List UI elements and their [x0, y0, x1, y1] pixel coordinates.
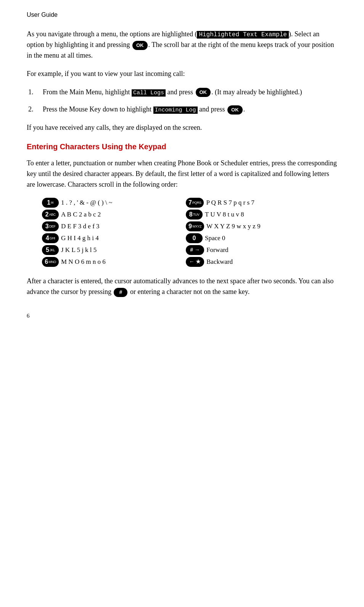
key-9: 9WXYZ W X Y Z 9 w x y z 9 — [186, 221, 322, 231]
key-0: 0 Space 0 — [186, 233, 322, 243]
list-content-2: Press the Mouse Key down to highlight In… — [43, 104, 337, 115]
numbered-list: 1. From the Main Menu, highlight Call Lo… — [27, 87, 337, 115]
keypad-grid: 1✉ 1 . ? , ' & - @ ( ) \ ~ 7PQRS P Q R S… — [42, 198, 322, 267]
key-3-chars: D E F 3 d e f 3 — [61, 222, 100, 231]
user-guide-header: User Guide — [27, 11, 337, 18]
key-8: 8TUV T U V 8 t u v 8 — [186, 210, 322, 220]
key-badge-3: 3DEF — [42, 221, 59, 231]
ok-button-2: OK — [227, 105, 243, 115]
key-5: 5JKL J K L 5 j k l 5 — [42, 245, 178, 255]
key-badge-8: 8TUV — [186, 210, 203, 220]
page-number: 6 — [27, 313, 337, 319]
key-1: 1✉ 1 . ? , ' & - @ ( ) \ ~ — [42, 198, 178, 208]
key-badge-9: 9WXYZ — [186, 221, 204, 231]
key-3: 3DEF D E F 3 d e f 3 — [42, 221, 178, 231]
key-7-chars: P Q R S 7 p q r s 7 — [206, 198, 254, 207]
key-hash-chars: Forward — [206, 245, 229, 255]
key-badge-1: 1✉ — [42, 198, 59, 208]
example-intro: For example, if you want to view your la… — [27, 69, 337, 79]
key-badge-6: 6MNO — [42, 257, 59, 267]
list-number-1: 1. — [27, 87, 43, 98]
intro-paragraph: As you navigate through a menu, the opti… — [27, 29, 337, 61]
key-badge-2: 2ABC — [42, 210, 59, 220]
key-badge-hash: # → — [186, 245, 204, 255]
key-badge-back: ← ★ — [186, 257, 204, 267]
after-list-text: If you have received any calls, they are… — [27, 123, 337, 133]
keypad-intro-text: To enter a letter, punctuation or number… — [27, 158, 337, 190]
key-badge-0: 0 — [186, 233, 203, 243]
key-4: 4GHI G H I 4 g h i 4 — [42, 233, 178, 243]
key-back: ← ★ Backward — [186, 257, 322, 267]
key-0-chars: Space 0 — [205, 234, 225, 243]
ok-button-1: OK — [196, 88, 211, 97]
key-1-chars: 1 . ? , ' & - @ ( ) \ ~ — [61, 198, 112, 207]
list-item-2: 2. Press the Mouse Key down to highlight… — [27, 104, 337, 115]
list-item-1: 1. From the Main Menu, highlight Call Lo… — [27, 87, 337, 98]
key-badge-4: 4GHI — [42, 233, 59, 243]
key-7: 7PQRS P Q R S 7 p q r s 7 — [186, 198, 322, 208]
highlighted-example: Highlighted Text Example — [197, 31, 288, 39]
ok-button-inline: OK — [132, 41, 148, 50]
key-badge-7: 7PQRS — [186, 198, 204, 208]
list-content-1: From the Main Menu, highlight Call Logs … — [43, 87, 337, 98]
key-hash: # → Forward — [186, 245, 322, 255]
key-back-chars: Backward — [206, 257, 233, 266]
key-badge-5: 5JKL — [42, 245, 59, 255]
section-heading: Entering Characters Using the Keypad — [27, 142, 337, 151]
key-6-chars: M N O 6 m n o 6 — [61, 257, 106, 266]
key-9-chars: W X Y Z 9 w x y z 9 — [206, 222, 261, 231]
key-8-chars: T U V 8 t u v 8 — [205, 210, 244, 219]
list-number-2: 2. — [27, 104, 43, 115]
call-logs-code: Call Logs — [132, 89, 166, 97]
hash-button-inline: # — [114, 288, 127, 297]
incoming-log-code: Incoming Log — [153, 107, 198, 114]
key-6: 6MNO M N O 6 m n o 6 — [42, 257, 178, 267]
key-4-chars: G H I 4 g h i 4 — [61, 234, 99, 243]
key-2: 2ABC A B C 2 a b c 2 — [42, 210, 178, 220]
key-2-chars: A B C 2 a b c 2 — [61, 210, 101, 219]
key-5-chars: J K L 5 j k l 5 — [61, 245, 97, 255]
after-keypad-text: After a character is entered, the cursor… — [27, 276, 337, 297]
